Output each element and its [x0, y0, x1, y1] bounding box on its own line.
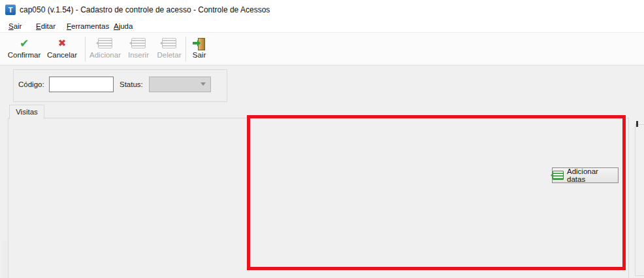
tab-visitas-label: Visitas — [16, 108, 38, 116]
title-bar: T cap050 (v.1.54) - Cadastro de controle… — [0, 0, 644, 20]
adicionar-label: Adicionar — [88, 51, 123, 59]
codigo-input[interactable] — [49, 77, 114, 92]
inserir-button: Inserir — [124, 35, 153, 63]
status-label: Status: — [120, 80, 143, 88]
toolbar-separator — [85, 37, 86, 61]
form-area: Código: Status: Visitas Tipo: Descrição:… — [0, 65, 644, 278]
menu-item-ferramentas[interactable]: Ferramentas — [65, 21, 111, 31]
deletar-label: Deletar — [154, 51, 184, 59]
confirmar-label: Confirmar — [5, 51, 43, 59]
truncated-right-group — [635, 124, 644, 276]
menu-item-editar[interactable]: Editar — [34, 21, 57, 31]
check-icon: ✔ — [20, 37, 29, 49]
chevron-down-icon — [201, 82, 206, 86]
sair-label: Sair — [188, 51, 210, 59]
codigo-label: Código: — [18, 80, 44, 88]
cancelar-label: Cancelar — [44, 51, 80, 59]
list-rows-icon — [162, 38, 176, 48]
list-rows-icon — [131, 38, 146, 48]
toolbar-separator — [185, 37, 186, 61]
window-title: cap050 (v.1.54) - Cadastro de controle d… — [20, 5, 270, 14]
toolbar: ✔ Confirmar ✖ Cancelar Adicionar Inserir… — [0, 33, 644, 65]
adicionar-datas-label: Adicionar datas — [567, 167, 618, 183]
list-rows-icon — [98, 38, 112, 48]
confirmar-button[interactable]: ✔ Confirmar — [5, 35, 43, 63]
menu-bar: Sair Editar Ferramentas Ajuda — [0, 20, 644, 33]
menu-item-sair[interactable]: Sair — [7, 21, 24, 31]
inserir-label: Inserir — [124, 51, 153, 59]
x-icon: ✖ — [58, 37, 67, 49]
truncated-group-label-fragment — [636, 121, 638, 127]
cancelar-button[interactable]: ✖ Cancelar — [44, 35, 80, 63]
adicionar-datas-button[interactable]: Adicionar datas — [552, 167, 619, 183]
exit-door-icon — [193, 38, 206, 49]
tab-visitas[interactable]: Visitas — [9, 105, 44, 119]
deletar-button: Deletar — [154, 35, 184, 63]
visitas-tab-page — [8, 118, 629, 278]
adicionar-button: Adicionar — [88, 35, 123, 63]
application-window: T cap050 (v.1.54) - Cadastro de controle… — [0, 0, 644, 278]
menu-item-ajuda[interactable]: Ajuda — [112, 21, 135, 31]
green-table-icon — [553, 171, 564, 180]
sair-button[interactable]: Sair — [188, 35, 210, 63]
status-dropdown — [149, 77, 211, 92]
app-icon: T — [5, 5, 16, 15]
